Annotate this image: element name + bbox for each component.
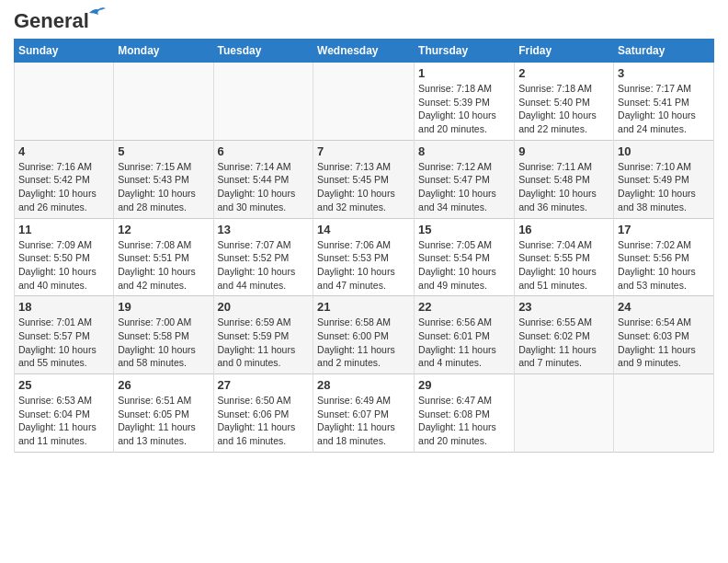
day-number: 2 (518, 66, 609, 80)
calendar-cell: 11Sunrise: 7:09 AMSunset: 5:50 PMDayligh… (15, 218, 114, 296)
calendar-header-row: SundayMondayTuesdayWednesdayThursdayFrid… (15, 40, 714, 63)
day-number: 20 (218, 300, 310, 314)
day-info: Sunrise: 6:50 AMSunset: 6:06 PMDaylight:… (218, 394, 310, 448)
day-number: 29 (418, 378, 510, 392)
day-number: 16 (518, 223, 609, 236)
day-number: 27 (218, 378, 310, 392)
day-number: 24 (618, 300, 710, 314)
day-info: Sunrise: 7:00 AMSunset: 5:58 PMDaylight:… (118, 316, 209, 370)
day-info: Sunrise: 7:09 AMSunset: 5:50 PMDaylight:… (18, 238, 109, 293)
calendar-cell (114, 63, 213, 141)
day-info: Sunrise: 7:17 AMSunset: 5:41 PMDaylight:… (618, 82, 710, 136)
day-info: Sunrise: 7:18 AMSunset: 5:39 PMDaylight:… (418, 82, 510, 136)
calendar-cell: 26Sunrise: 6:51 AMSunset: 6:05 PMDayligh… (114, 374, 213, 453)
calendar-cell: 7Sunrise: 7:13 AMSunset: 5:45 PMDaylight… (313, 140, 415, 218)
day-info: Sunrise: 7:07 AMSunset: 5:52 PMDaylight:… (218, 238, 310, 293)
calendar-week-2: 4Sunrise: 7:16 AMSunset: 5:42 PMDaylight… (15, 140, 714, 218)
calendar-cell (213, 63, 313, 141)
day-number: 12 (118, 223, 209, 236)
calendar-header-wednesday: Wednesday (313, 40, 415, 63)
calendar-week-4: 18Sunrise: 7:01 AMSunset: 5:57 PMDayligh… (15, 296, 714, 374)
calendar-cell: 21Sunrise: 6:58 AMSunset: 6:00 PMDayligh… (313, 296, 415, 374)
calendar-header-monday: Monday (114, 40, 213, 63)
day-number: 4 (18, 144, 109, 158)
calendar-cell: 18Sunrise: 7:01 AMSunset: 5:57 PMDayligh… (15, 296, 114, 374)
day-number: 8 (418, 144, 510, 158)
calendar-cell: 28Sunrise: 6:49 AMSunset: 6:07 PMDayligh… (313, 374, 415, 453)
day-number: 25 (18, 378, 109, 392)
day-info: Sunrise: 6:47 AMSunset: 6:08 PMDaylight:… (418, 394, 510, 448)
day-info: Sunrise: 7:02 AMSunset: 5:56 PMDaylight:… (618, 238, 710, 293)
calendar-header-tuesday: Tuesday (213, 40, 313, 63)
logo-bird-icon (87, 6, 106, 20)
day-info: Sunrise: 6:54 AMSunset: 6:03 PMDaylight:… (618, 316, 710, 370)
day-number: 14 (317, 223, 410, 236)
calendar-cell: 27Sunrise: 6:50 AMSunset: 6:06 PMDayligh… (213, 374, 313, 453)
calendar-cell: 9Sunrise: 7:11 AMSunset: 5:48 PMDaylight… (515, 140, 614, 218)
calendar-cell: 17Sunrise: 7:02 AMSunset: 5:56 PMDayligh… (614, 218, 714, 296)
day-number: 1 (418, 66, 510, 80)
day-number: 17 (618, 223, 710, 236)
day-number: 18 (18, 300, 109, 314)
day-info: Sunrise: 6:58 AMSunset: 6:00 PMDaylight:… (317, 316, 410, 370)
day-info: Sunrise: 7:05 AMSunset: 5:54 PMDaylight:… (418, 238, 510, 293)
calendar-cell: 29Sunrise: 6:47 AMSunset: 6:08 PMDayligh… (415, 374, 515, 453)
calendar-cell: 5Sunrise: 7:15 AMSunset: 5:43 PMDaylight… (114, 140, 213, 218)
day-info: Sunrise: 6:56 AMSunset: 6:01 PMDaylight:… (418, 316, 510, 370)
calendar-header-friday: Friday (515, 40, 614, 63)
day-number: 3 (618, 66, 710, 80)
calendar-cell: 19Sunrise: 7:00 AMSunset: 5:58 PMDayligh… (114, 296, 213, 374)
page-header: General (14, 9, 714, 31)
day-info: Sunrise: 6:49 AMSunset: 6:07 PMDaylight:… (317, 394, 410, 448)
day-info: Sunrise: 7:15 AMSunset: 5:43 PMDaylight:… (118, 160, 209, 214)
calendar-cell: 20Sunrise: 6:59 AMSunset: 5:59 PMDayligh… (213, 296, 313, 374)
calendar-cell: 14Sunrise: 7:06 AMSunset: 5:53 PMDayligh… (313, 218, 415, 296)
day-number: 9 (518, 144, 609, 158)
calendar-cell: 12Sunrise: 7:08 AMSunset: 5:51 PMDayligh… (114, 218, 213, 296)
day-number: 7 (317, 144, 410, 158)
calendar-cell (614, 374, 714, 453)
calendar-cell: 24Sunrise: 6:54 AMSunset: 6:03 PMDayligh… (614, 296, 714, 374)
day-info: Sunrise: 7:01 AMSunset: 5:57 PMDaylight:… (18, 316, 109, 370)
calendar-cell: 6Sunrise: 7:14 AMSunset: 5:44 PMDaylight… (213, 140, 313, 218)
logo-general: General (14, 9, 89, 32)
day-number: 10 (618, 144, 710, 158)
day-info: Sunrise: 7:04 AMSunset: 5:55 PMDaylight:… (518, 238, 609, 293)
day-number: 28 (317, 378, 410, 392)
calendar-cell (313, 63, 415, 141)
day-number: 21 (317, 300, 410, 314)
day-info: Sunrise: 7:11 AMSunset: 5:48 PMDaylight:… (518, 160, 609, 214)
calendar-cell: 1Sunrise: 7:18 AMSunset: 5:39 PMDaylight… (415, 63, 515, 141)
day-number: 11 (18, 223, 109, 236)
calendar-week-1: 1Sunrise: 7:18 AMSunset: 5:39 PMDaylight… (15, 63, 714, 141)
calendar-cell: 23Sunrise: 6:55 AMSunset: 6:02 PMDayligh… (515, 296, 614, 374)
day-number: 19 (118, 300, 209, 314)
day-info: Sunrise: 6:55 AMSunset: 6:02 PMDaylight:… (518, 316, 609, 370)
calendar-week-5: 25Sunrise: 6:53 AMSunset: 6:04 PMDayligh… (15, 374, 714, 453)
calendar-cell: 4Sunrise: 7:16 AMSunset: 5:42 PMDaylight… (15, 140, 114, 218)
calendar-cell: 2Sunrise: 7:18 AMSunset: 5:40 PMDaylight… (515, 63, 614, 141)
day-info: Sunrise: 6:51 AMSunset: 6:05 PMDaylight:… (118, 394, 209, 448)
day-info: Sunrise: 7:08 AMSunset: 5:51 PMDaylight:… (118, 238, 209, 293)
logo: General (14, 9, 89, 31)
calendar-table: SundayMondayTuesdayWednesdayThursdayFrid… (14, 39, 714, 453)
day-number: 6 (218, 144, 310, 158)
day-info: Sunrise: 7:14 AMSunset: 5:44 PMDaylight:… (218, 160, 310, 214)
calendar-cell: 13Sunrise: 7:07 AMSunset: 5:52 PMDayligh… (213, 218, 313, 296)
calendar-header-thursday: Thursday (415, 40, 515, 63)
calendar-cell: 25Sunrise: 6:53 AMSunset: 6:04 PMDayligh… (15, 374, 114, 453)
day-info: Sunrise: 6:59 AMSunset: 5:59 PMDaylight:… (218, 316, 310, 370)
day-info: Sunrise: 6:53 AMSunset: 6:04 PMDaylight:… (18, 394, 109, 448)
day-number: 13 (218, 223, 310, 236)
day-number: 15 (418, 223, 510, 236)
day-info: Sunrise: 7:12 AMSunset: 5:47 PMDaylight:… (418, 160, 510, 214)
calendar-cell: 8Sunrise: 7:12 AMSunset: 5:47 PMDaylight… (415, 140, 515, 218)
day-number: 23 (518, 300, 609, 314)
day-info: Sunrise: 7:13 AMSunset: 5:45 PMDaylight:… (317, 160, 410, 214)
calendar-cell: 3Sunrise: 7:17 AMSunset: 5:41 PMDaylight… (614, 63, 714, 141)
day-number: 26 (118, 378, 209, 392)
day-info: Sunrise: 7:10 AMSunset: 5:49 PMDaylight:… (618, 160, 710, 214)
day-number: 22 (418, 300, 510, 314)
calendar-cell (15, 63, 114, 141)
calendar-cell: 22Sunrise: 6:56 AMSunset: 6:01 PMDayligh… (415, 296, 515, 374)
